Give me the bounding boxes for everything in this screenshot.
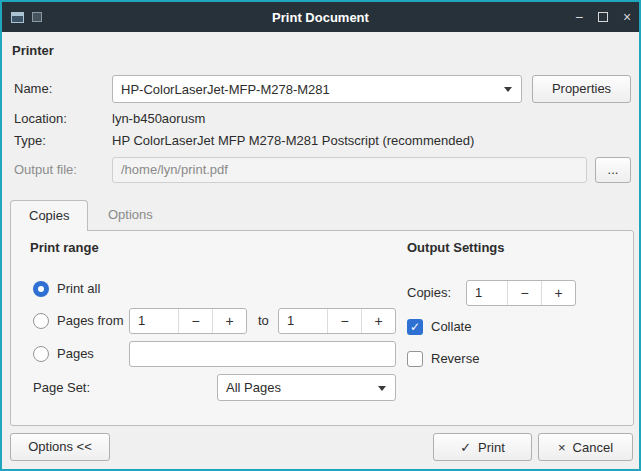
- pages-to-label: to: [258, 313, 269, 329]
- plus-icon[interactable]: +: [361, 309, 395, 333]
- print-all-label: Print all: [57, 281, 100, 297]
- check-icon: ✓: [410, 320, 420, 334]
- page-set-value: All Pages: [226, 380, 281, 395]
- maximize-icon: [598, 12, 608, 22]
- output-file-field[interactable]: /home/lyn/print.pdf: [112, 157, 587, 183]
- check-icon: ✓: [460, 440, 471, 455]
- cross-icon: ×: [558, 440, 566, 455]
- printer-location-label: Location:: [14, 111, 67, 127]
- print-document-dialog: Print Document − × Printer Name: HP-Colo…: [0, 0, 641, 471]
- collate-checkbox[interactable]: ✓: [407, 319, 423, 335]
- plus-icon[interactable]: +: [212, 309, 246, 333]
- pages-from-spinbox[interactable]: 1 − +: [129, 308, 247, 334]
- pages-to-spinbox[interactable]: 1 − +: [278, 308, 396, 334]
- minus-icon[interactable]: −: [327, 309, 361, 333]
- titlebar-left-icons: [2, 12, 42, 23]
- print-all-radio[interactable]: [33, 281, 49, 297]
- printer-location-value: lyn-b450aorusm: [112, 111, 205, 127]
- printer-type-value: HP ColorLaserJet MFP M278-M281 Postscrip…: [112, 133, 474, 149]
- tab-copies[interactable]: Copies: [10, 200, 88, 231]
- window-title: Print Document: [2, 10, 639, 25]
- dropdown-icon: [504, 87, 512, 92]
- cancel-button[interactable]: × Cancel: [538, 433, 633, 461]
- print-range-section-label: Print range: [30, 240, 99, 256]
- printer-type-label: Type:: [14, 133, 46, 149]
- maximize-button[interactable]: [591, 2, 615, 32]
- copies-label: Copies:: [407, 285, 451, 301]
- printer-name-label: Name:: [14, 81, 52, 97]
- minimize-button[interactable]: −: [567, 2, 591, 32]
- tab-options[interactable]: Options: [90, 200, 171, 230]
- printer-name-select[interactable]: HP-ColorLaserJet-MFP-M278-M281: [112, 75, 522, 103]
- options-toggle-button[interactable]: Options <<: [10, 433, 110, 461]
- printer-section-label: Printer: [12, 43, 54, 59]
- printer-name-value: HP-ColorLaserJet-MFP-M278-M281: [121, 82, 330, 97]
- copies-value: 1: [467, 281, 507, 305]
- pages-from-radio[interactable]: [33, 313, 49, 329]
- window-menu-icon[interactable]: [32, 12, 42, 22]
- minus-icon[interactable]: −: [178, 309, 212, 333]
- output-settings-section-label: Output Settings: [407, 240, 505, 256]
- pages-input[interactable]: [129, 341, 396, 367]
- page-set-select[interactable]: All Pages: [217, 374, 396, 401]
- close-button[interactable]: ×: [615, 2, 639, 32]
- pages-from-label: Pages from: [57, 313, 123, 329]
- copies-spinbox[interactable]: 1 − +: [466, 280, 576, 306]
- output-file-label: Output file:: [14, 162, 77, 178]
- dropdown-icon: [378, 386, 386, 391]
- collate-label: Collate: [431, 319, 471, 335]
- pages-from-value: 1: [130, 309, 178, 333]
- app-window-icon[interactable]: [11, 12, 24, 23]
- pages-to-value: 1: [279, 309, 327, 333]
- cancel-button-label: Cancel: [573, 440, 613, 455]
- reverse-label: Reverse: [431, 351, 479, 367]
- print-button-label: Print: [478, 440, 505, 455]
- page-set-label: Page Set:: [33, 380, 90, 396]
- browse-button[interactable]: ...: [595, 157, 631, 183]
- pages-radio[interactable]: [33, 346, 49, 362]
- print-button[interactable]: ✓ Print: [433, 433, 532, 461]
- properties-button[interactable]: Properties: [532, 75, 631, 103]
- plus-icon[interactable]: +: [541, 281, 575, 305]
- pages-label: Pages: [57, 346, 94, 362]
- window-controls: − ×: [567, 2, 639, 32]
- titlebar[interactable]: Print Document − ×: [2, 2, 639, 32]
- minus-icon[interactable]: −: [507, 281, 541, 305]
- reverse-checkbox[interactable]: [407, 351, 423, 367]
